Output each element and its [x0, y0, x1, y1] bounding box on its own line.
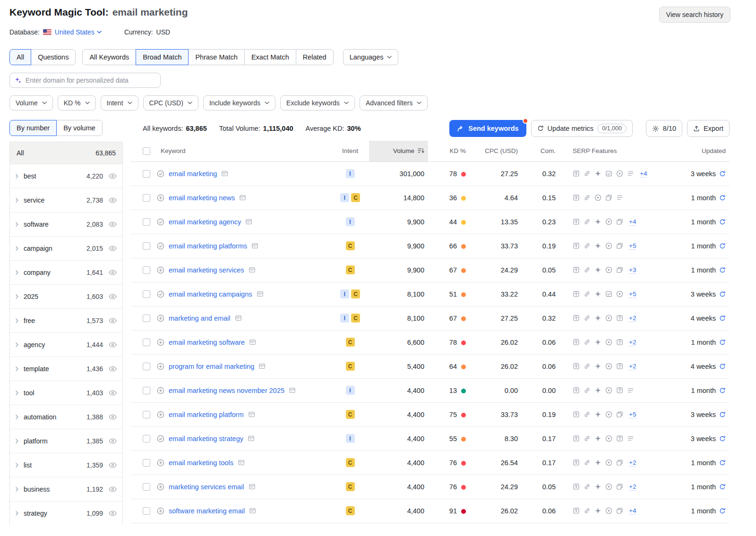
eye-icon[interactable]	[109, 221, 117, 227]
select-all-checkbox[interactable]	[143, 147, 150, 155]
sidebar-group-best[interactable]: best4,220	[10, 164, 122, 188]
row-checkbox[interactable]	[143, 411, 150, 418]
keyword-link[interactable]: email marketing agency	[169, 218, 241, 226]
view-search-history-button[interactable]: View search history	[659, 7, 730, 23]
refresh-icon[interactable]	[719, 459, 726, 466]
serp-more-link[interactable]: +2	[629, 339, 636, 346]
filter-advanced-filters[interactable]: Advanced filters	[360, 95, 428, 111]
eye-icon[interactable]	[109, 366, 117, 372]
row-checkbox[interactable]	[143, 290, 150, 298]
serp-preview-icon[interactable]	[248, 411, 255, 418]
filter-include-keywords[interactable]: Include keywords	[203, 95, 275, 111]
sidebar-group-platform[interactable]: platform1,385	[10, 429, 122, 453]
filter-intent[interactable]: Intent	[101, 95, 138, 111]
serp-more-link[interactable]: +5	[629, 411, 636, 418]
tab-all[interactable]: All	[9, 49, 31, 65]
keyword-link[interactable]: email marketing tools	[169, 459, 233, 467]
sidebar-group-campaign[interactable]: campaign2,015	[10, 236, 122, 260]
keyword-link[interactable]: email marketing software	[169, 339, 245, 346]
keyword-link[interactable]: software marketing email	[169, 507, 245, 515]
serp-more-link[interactable]: +5	[629, 242, 636, 250]
serp-preview-icon[interactable]	[248, 435, 255, 442]
refresh-icon[interactable]	[719, 484, 726, 490]
domain-input[interactable]	[26, 77, 155, 84]
serp-more-link[interactable]: +2	[629, 315, 636, 322]
refresh-icon[interactable]	[719, 243, 726, 249]
sidebar-group-business[interactable]: business1,192	[10, 477, 122, 501]
filter-exclude-keywords[interactable]: Exclude keywords	[280, 95, 355, 111]
serp-more-link[interactable]: +3	[629, 266, 636, 274]
eye-icon[interactable]	[109, 510, 117, 516]
serp-preview-icon[interactable]	[249, 507, 256, 514]
serp-preview-icon[interactable]	[251, 242, 258, 249]
serp-preview-icon[interactable]	[245, 218, 252, 225]
row-checkbox[interactable]	[143, 218, 150, 226]
sidebar-group-service[interactable]: service2,738	[10, 188, 122, 212]
refresh-icon[interactable]	[719, 387, 726, 394]
serp-more-link[interactable]: +4	[629, 218, 636, 226]
keyword-link[interactable]: email marketing	[169, 170, 217, 178]
added-check-circle-icon[interactable]	[157, 218, 164, 226]
add-keyword-plus-icon[interactable]	[157, 339, 164, 346]
added-check-circle-icon[interactable]	[157, 170, 164, 178]
keyword-link[interactable]: email marketing news	[169, 194, 235, 202]
sidebar-group-tool[interactable]: tool1,403	[10, 381, 122, 405]
column-intent[interactable]: Intent	[331, 141, 369, 162]
added-check-circle-icon[interactable]	[157, 242, 164, 250]
refresh-icon[interactable]	[719, 363, 726, 370]
eye-icon[interactable]	[109, 438, 117, 444]
eye-icon[interactable]	[109, 414, 117, 420]
serp-preview-icon[interactable]	[249, 266, 256, 273]
serp-more-link[interactable]: +4	[640, 170, 647, 178]
serp-more-link[interactable]: +2	[629, 363, 636, 370]
tab-broad-match[interactable]: Broad Match	[136, 49, 189, 65]
eye-icon[interactable]	[109, 294, 117, 299]
row-checkbox[interactable]	[143, 242, 150, 250]
eye-icon[interactable]	[109, 390, 117, 396]
refresh-icon[interactable]	[719, 315, 726, 322]
filter-kd-[interactable]: KD %	[58, 95, 96, 111]
database-value-link[interactable]: United States	[55, 28, 102, 36]
row-checkbox[interactable]	[143, 194, 150, 202]
sidebar-group-agency[interactable]: agency1,444	[10, 332, 122, 357]
sidebar-group-company[interactable]: company1,641	[10, 260, 122, 284]
row-checkbox[interactable]	[143, 170, 150, 178]
column-updated[interactable]: Updated	[672, 141, 730, 162]
refresh-icon[interactable]	[719, 339, 726, 346]
eye-icon[interactable]	[109, 173, 117, 179]
serp-preview-icon[interactable]	[257, 290, 264, 298]
filter-cpc-usd-[interactable]: CPC (USD)	[143, 95, 198, 111]
row-checkbox[interactable]	[143, 435, 150, 442]
tab-by-volume[interactable]: By volume	[56, 120, 103, 136]
serp-preview-icon[interactable]	[289, 387, 296, 394]
sidebar-group-template[interactable]: template1,436	[10, 357, 122, 381]
eye-icon[interactable]	[109, 246, 117, 251]
add-keyword-plus-icon[interactable]	[157, 507, 164, 515]
export-button[interactable]: Export	[687, 120, 730, 137]
add-keyword-plus-icon[interactable]	[157, 483, 164, 491]
sidebar-group-2025[interactable]: 20251,603	[10, 284, 122, 308]
add-keyword-plus-icon[interactable]	[157, 194, 164, 202]
eye-icon[interactable]	[109, 486, 117, 492]
serp-preview-icon[interactable]	[238, 459, 245, 466]
keyword-link[interactable]: email marketing news november 2025	[169, 387, 284, 394]
added-check-circle-icon[interactable]	[157, 435, 164, 442]
eye-icon[interactable]	[109, 270, 117, 275]
serp-preview-icon[interactable]	[235, 315, 242, 322]
column-com[interactable]: Com.	[522, 141, 559, 162]
refresh-icon[interactable]	[719, 291, 726, 298]
sidebar-group-software[interactable]: software2,083	[10, 212, 122, 236]
keyword-link[interactable]: email marketing services	[169, 266, 244, 274]
refresh-icon[interactable]	[719, 219, 726, 225]
tab-phrase-match[interactable]: Phrase Match	[188, 49, 244, 65]
keyword-link[interactable]: marketing services email	[169, 483, 244, 491]
refresh-icon[interactable]	[719, 435, 726, 442]
eye-icon[interactable]	[109, 342, 117, 348]
eye-icon[interactable]	[109, 318, 117, 323]
add-keyword-plus-icon[interactable]	[157, 363, 164, 370]
tab-related[interactable]: Related	[296, 49, 334, 65]
languages-dropdown[interactable]: Languages	[343, 49, 399, 65]
keyword-link[interactable]: email marketing platforms	[169, 242, 247, 250]
sidebar-item-all[interactable]: All 63,865	[10, 142, 122, 164]
filter-volume[interactable]: Volume	[9, 95, 53, 111]
